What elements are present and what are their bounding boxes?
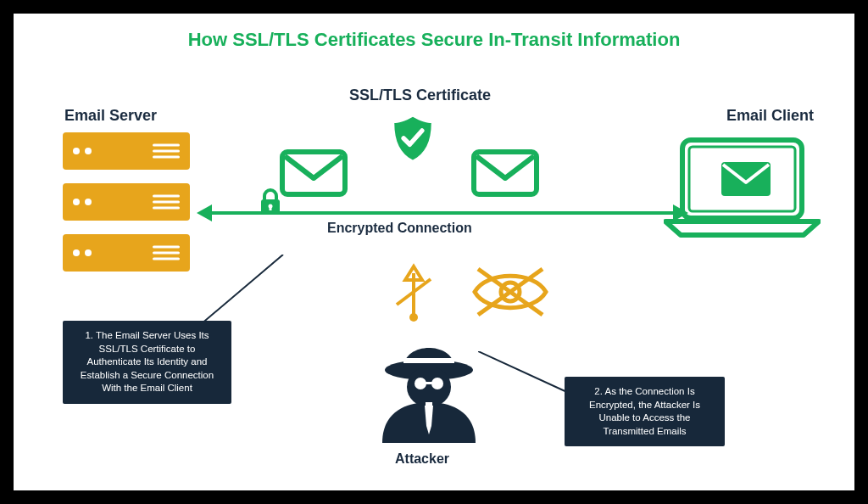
envelope-icon (471, 149, 539, 200)
server-unit (63, 132, 190, 170)
diagram-canvas: How SSL/TLS Certificates Secure In-Trans… (14, 14, 854, 490)
note-1: 1. The Email Server Uses Its SSL/TLS Cer… (63, 321, 231, 404)
svg-line-20 (195, 255, 283, 329)
svg-rect-14 (403, 358, 454, 363)
blocked-eye-icon (470, 262, 551, 322)
svg-rect-4 (270, 206, 272, 210)
attacker-label: Attacker (395, 451, 449, 467)
note-2: 2. As the Connection Is Encrypted, the A… (565, 377, 725, 446)
attacker-icon (374, 334, 484, 448)
svg-point-17 (431, 378, 443, 389)
server-stack (63, 132, 190, 285)
encrypted-connection-label: Encrypted Connection (327, 221, 472, 236)
svg-point-16 (415, 378, 426, 389)
svg-rect-19 (426, 402, 432, 409)
ssl-cert-label: SSL/TLS Certificate (349, 87, 491, 104)
email-client-label: Email Client (726, 107, 814, 125)
blocked-access-icons (388, 258, 551, 326)
svg-point-8 (409, 313, 418, 322)
server-unit (63, 234, 190, 272)
email-server-label: Email Server (64, 107, 157, 125)
envelope-icon (280, 149, 348, 200)
lock-icon (258, 188, 283, 220)
svg-point-15 (407, 367, 451, 407)
diagram-title: How SSL/TLS Certificates Secure In-Trans… (14, 29, 854, 51)
shield-check-icon (388, 114, 437, 166)
arrow-left-icon (197, 204, 212, 221)
laptop-email-client (664, 137, 821, 238)
svg-rect-18 (425, 382, 433, 384)
blocked-upload-icon (388, 258, 439, 326)
server-unit (63, 183, 190, 221)
